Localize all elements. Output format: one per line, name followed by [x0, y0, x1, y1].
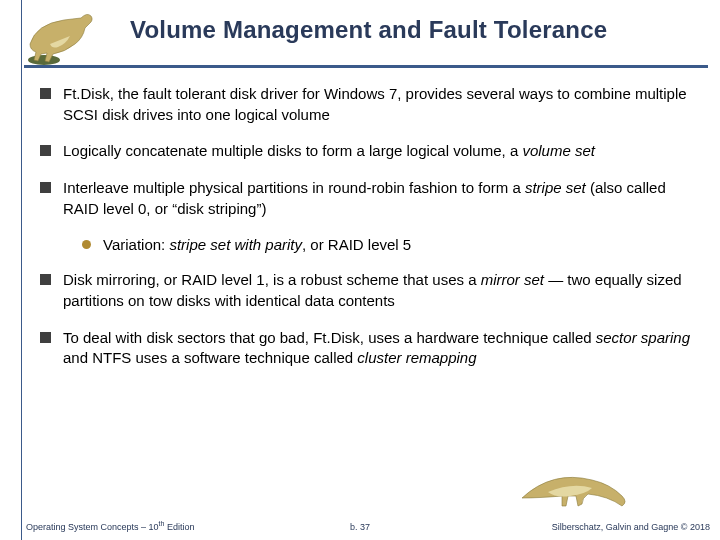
- bullet-text: Disk mirroring, or RAID level 1, is a ro…: [63, 270, 692, 311]
- sub-bullet-item: Variation: stripe set with parity, or RA…: [82, 235, 692, 256]
- dinosaur-icon: [26, 10, 106, 68]
- bullet-item: Ft.Disk, the fault tolerant disk driver …: [40, 84, 692, 125]
- square-bullet-icon: [40, 332, 51, 343]
- text: Disk mirroring, or RAID level 1, is a ro…: [63, 271, 481, 288]
- bullet-text: Interleave multiple physical partitions …: [63, 178, 692, 219]
- text: Logically concatenate multiple disks to …: [63, 142, 522, 159]
- square-bullet-icon: [40, 88, 51, 99]
- text: and NTFS uses a software technique calle…: [63, 349, 357, 366]
- bullet-item: To deal with disk sectors that go bad, F…: [40, 328, 692, 369]
- slide-header: Volume Management and Fault Tolerance: [0, 10, 720, 74]
- square-bullet-icon: [40, 145, 51, 156]
- bullet-text: Logically concatenate multiple disks to …: [63, 141, 692, 162]
- term-stripe-set-parity: stripe set with parity: [169, 236, 302, 253]
- term-volume-set: volume set: [522, 142, 595, 159]
- text: To deal with disk sectors that go bad, F…: [63, 329, 596, 346]
- bullet-item: Interleave multiple physical partitions …: [40, 178, 692, 219]
- slide-footer: Operating System Concepts – 10th Edition…: [0, 512, 720, 532]
- dinosaur-tail-icon: [520, 468, 630, 510]
- bullet-text: To deal with disk sectors that go bad, F…: [63, 328, 692, 369]
- bullet-item: Logically concatenate multiple disks to …: [40, 141, 692, 162]
- sub-bullet-text: Variation: stripe set with parity, or RA…: [103, 235, 692, 256]
- term-sector-sparing: sector sparing: [596, 329, 690, 346]
- bullet-text: Ft.Disk, the fault tolerant disk driver …: [63, 84, 692, 125]
- square-bullet-icon: [40, 182, 51, 193]
- text: Variation:: [103, 236, 169, 253]
- term-stripe-set: stripe set: [525, 179, 586, 196]
- text: , or RAID level 5: [302, 236, 411, 253]
- left-sidebar: [0, 0, 22, 540]
- slide-title: Volume Management and Fault Tolerance: [0, 10, 720, 44]
- footer-right: Silberschatz, Galvin and Gagne © 2018: [552, 522, 710, 532]
- text: Interleave multiple physical partitions …: [63, 179, 525, 196]
- circle-bullet-icon: [82, 240, 91, 249]
- svg-point-0: [28, 55, 60, 65]
- title-underline: [24, 65, 708, 68]
- square-bullet-icon: [40, 274, 51, 285]
- bullet-item: Disk mirroring, or RAID level 1, is a ro…: [40, 270, 692, 311]
- term-cluster-remapping: cluster remapping: [357, 349, 476, 366]
- slide-content: Ft.Disk, the fault tolerant disk driver …: [40, 84, 692, 385]
- slide: Volume Management and Fault Tolerance Ft…: [0, 0, 720, 540]
- term-mirror-set: mirror set: [481, 271, 544, 288]
